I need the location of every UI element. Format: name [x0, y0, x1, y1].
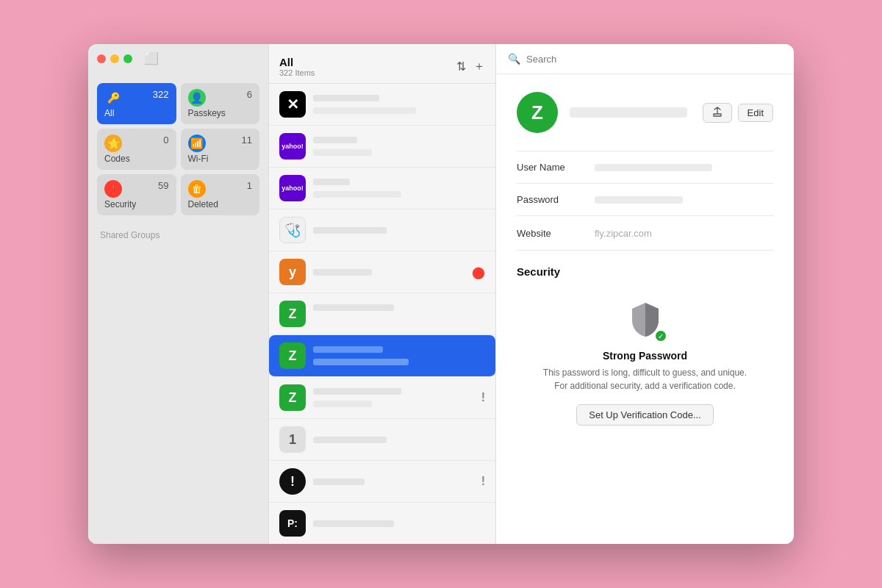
- list-count: 322 Items: [279, 68, 456, 77]
- list-item[interactable]: ✕: [269, 84, 495, 126]
- detail-fields: User Name Password Website fly.zi: [517, 151, 773, 251]
- sidebar-toggle-icon[interactable]: ⬜: [144, 51, 159, 65]
- list-item[interactable]: P:: [269, 503, 495, 544]
- item-icon: 1: [279, 426, 306, 453]
- setup-verification-button[interactable]: Set Up Verification Code...: [576, 404, 713, 426]
- field-website: Website fly.zipcar.com: [517, 216, 773, 251]
- item-text: [313, 135, 485, 157]
- search-bar: 🔍: [496, 44, 794, 74]
- codes-icon: ⭐: [104, 135, 122, 152]
- item-icon: y: [279, 259, 306, 285]
- list-item[interactable]: y ⬤: [269, 251, 495, 293]
- sidebar-item-deleted[interactable]: 🗑 1 Deleted: [181, 174, 260, 215]
- field-value-website: fly.zipcar.com: [595, 226, 773, 240]
- item-icon: !: [279, 468, 306, 495]
- field-label-username: User Name: [517, 162, 583, 173]
- field-value-password: [595, 196, 773, 204]
- shield-icon-container: ✓: [626, 300, 664, 341]
- item-badge: !: [481, 475, 485, 488]
- list-item[interactable]: Z: [269, 293, 495, 335]
- wifi-count: 11: [242, 135, 252, 146]
- sidebar-item-all[interactable]: 🔑 322 All: [97, 83, 176, 124]
- item-icon: 🩺: [279, 217, 306, 243]
- list-item[interactable]: ! !: [269, 461, 495, 503]
- list-header: All 322 Items ⇅ ＋: [269, 44, 495, 84]
- item-text: [313, 345, 485, 367]
- item-icon: P:: [279, 510, 306, 537]
- deleted-label: Deleted: [188, 199, 253, 209]
- check-badge: ✓: [654, 329, 667, 343]
- detail-body: Z Edit User Name: [496, 74, 794, 544]
- codes-label: Codes: [104, 154, 169, 164]
- username-blurred: [595, 164, 712, 171]
- list-item[interactable]: Z !: [269, 377, 495, 419]
- list-title: All: [279, 56, 456, 68]
- passkeys-count: 6: [247, 89, 252, 100]
- item-text: [313, 226, 485, 235]
- security-count: 59: [158, 180, 168, 191]
- traffic-lights: [97, 54, 132, 63]
- detail-panel: 🔍 Z Edit: [496, 44, 794, 544]
- add-button[interactable]: ＋: [473, 59, 485, 74]
- item-text: [313, 93, 485, 115]
- item-text: [313, 303, 485, 325]
- wifi-label: Wi-Fi: [188, 154, 253, 164]
- website-value[interactable]: fly.zipcar.com: [595, 228, 652, 239]
- item-text: [313, 387, 474, 409]
- titlebar: ⬜: [88, 44, 268, 77]
- sidebar: ⬜ 🔑 322 All 👤 6: [88, 44, 268, 544]
- list-header-actions: ⇅ ＋: [456, 59, 485, 74]
- deleted-icon: 🗑: [188, 180, 206, 198]
- item-text: [313, 477, 474, 487]
- sidebar-item-security[interactable]: ❗ 59 Security: [97, 174, 176, 215]
- list-item-selected[interactable]: Z: [269, 335, 495, 377]
- codes-count: 0: [163, 135, 168, 146]
- field-password: Password: [517, 184, 773, 216]
- field-value-username: [595, 164, 773, 171]
- item-badge: !: [481, 391, 485, 404]
- shared-groups-label: Shared Groups: [97, 224, 259, 243]
- security-content: ✓ Strong Password This password is long,…: [517, 293, 773, 440]
- list-panel: All 322 Items ⇅ ＋ ✕: [268, 44, 496, 544]
- item-icon: yahoo!: [279, 175, 306, 201]
- edit-button[interactable]: Edit: [738, 104, 773, 122]
- avatar: Z: [517, 92, 558, 133]
- strong-password-desc: This password is long, difficult to gues…: [542, 366, 748, 392]
- item-icon: yahoo!: [279, 133, 306, 159]
- item-text: [313, 268, 465, 277]
- item-icon: Z: [279, 343, 306, 369]
- list-item[interactable]: 🩺: [269, 209, 495, 251]
- item-text: [313, 177, 485, 199]
- search-icon: 🔍: [508, 53, 520, 65]
- list-item[interactable]: 1: [269, 419, 495, 461]
- close-button[interactable]: [97, 54, 106, 63]
- sort-button[interactable]: ⇅: [456, 60, 466, 74]
- sidebar-categories: 🔑 322 All 👤 6 Passkeys: [97, 83, 259, 215]
- all-label: All: [104, 108, 169, 118]
- deleted-count: 1: [247, 180, 252, 191]
- list-item[interactable]: yahoo!: [269, 168, 495, 209]
- list-item[interactable]: yahoo!: [269, 126, 495, 168]
- field-label-password: Password: [517, 194, 583, 205]
- maximize-button[interactable]: [123, 54, 132, 63]
- detail-name: [570, 107, 687, 118]
- search-input[interactable]: [526, 54, 782, 65]
- detail-header: Z Edit: [517, 92, 773, 133]
- passkeys-label: Passkeys: [188, 108, 253, 118]
- share-button[interactable]: [703, 103, 732, 123]
- security-section: Security ✓ Strong Password This password…: [517, 265, 773, 440]
- sidebar-item-passkeys[interactable]: 👤 6 Passkeys: [181, 83, 260, 124]
- strong-password-title: Strong Password: [603, 350, 687, 362]
- all-icon: 🔑: [104, 89, 122, 107]
- sidebar-item-codes[interactable]: ⭐ 0 Codes: [97, 129, 176, 170]
- item-icon: Z: [279, 301, 306, 327]
- security-label: Security: [104, 199, 169, 209]
- sidebar-item-wifi[interactable]: 📶 11 Wi-Fi: [181, 129, 260, 170]
- passkeys-icon: 👤: [188, 89, 206, 107]
- password-blurred: [595, 196, 683, 204]
- item-badge: ⬤: [472, 265, 485, 279]
- minimize-button[interactable]: [110, 54, 119, 63]
- field-label-website: Website: [517, 228, 583, 239]
- list-title-area: All 322 Items: [279, 56, 456, 77]
- security-title: Security: [517, 265, 773, 278]
